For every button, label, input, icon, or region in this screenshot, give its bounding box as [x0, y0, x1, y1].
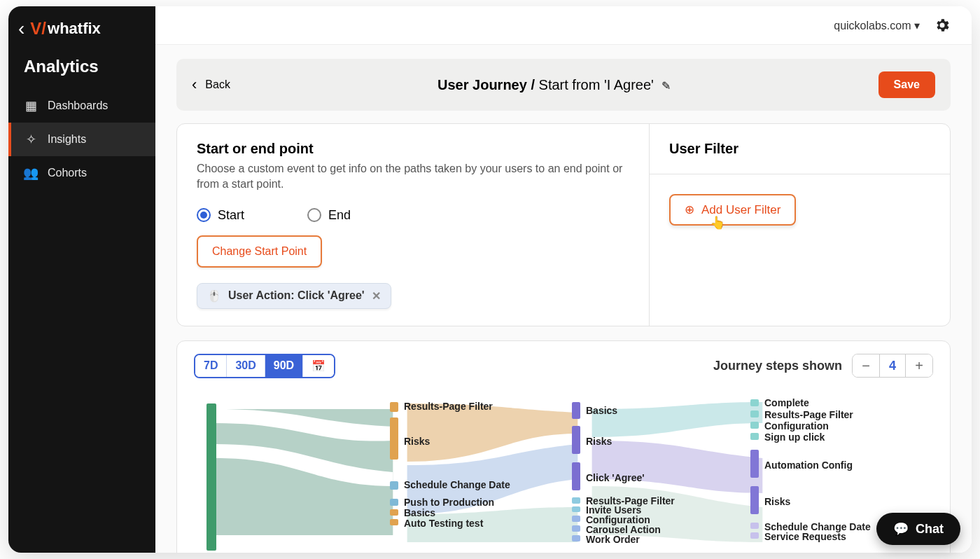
- back-label: Back: [205, 78, 230, 91]
- add-user-filter-button[interactable]: ⊕ Add User Filter: [669, 194, 796, 226]
- radio-end[interactable]: End: [307, 208, 351, 223]
- range-90d[interactable]: 90D: [265, 355, 303, 377]
- sankey-node: [750, 399, 759, 406]
- sankey-node: [572, 535, 580, 541]
- sankey-label: Click 'Agree': [222, 552, 281, 553]
- sankey-node: [390, 481, 398, 490]
- sidebar-item-insights[interactable]: ✧ Insights: [8, 123, 155, 156]
- remove-chip-icon[interactable]: ✕: [372, 289, 381, 303]
- back-button[interactable]: ‹ Back: [192, 76, 230, 94]
- sankey-node: [750, 410, 759, 417]
- sankey-label: Basics: [586, 405, 617, 416]
- sankey-node: [572, 506, 580, 512]
- range-custom[interactable]: 📅: [303, 355, 334, 377]
- steps-shown-label: Journey steps shown: [713, 359, 842, 373]
- radio-dot-icon: [197, 208, 211, 222]
- sankey-node: [750, 422, 759, 429]
- steps-stepper: − 4 +: [852, 354, 933, 378]
- domain-dropdown[interactable]: quickolabs.com ▾: [834, 19, 920, 32]
- sidebar-section-title: Analytics: [8, 54, 155, 89]
- sidebar: ‹ V/whatfix Analytics ▦ Dashboards ✧ Ins…: [8, 6, 155, 553]
- radio-start[interactable]: Start: [197, 208, 244, 223]
- chat-icon: 💬: [893, 521, 909, 537]
- user-filter-title: User Filter: [650, 124, 950, 174]
- radio-dot-icon: [307, 208, 321, 222]
- user-filter-panel: User Filter ⊕ Add User Filter 👆: [649, 124, 950, 326]
- chat-button[interactable]: 💬 Chat: [876, 513, 960, 545]
- sankey-node: [572, 525, 580, 532]
- sankey-node: [390, 519, 398, 525]
- sankey-label: Basics: [404, 507, 435, 518]
- sidebar-item-label: Cohorts: [48, 167, 87, 179]
- sankey-label: Service Requests: [764, 531, 846, 542]
- sankey-node: [390, 499, 398, 506]
- sankey-node: [750, 532, 759, 539]
- sankey-node: [390, 402, 398, 412]
- cohorts-icon: 👥: [24, 166, 38, 180]
- steps-value: 4: [879, 354, 906, 377]
- sankey-node: [572, 402, 580, 419]
- plus-circle-icon: ⊕: [685, 202, 694, 217]
- save-button[interactable]: Save: [878, 71, 935, 98]
- sankey-label: Risks: [764, 496, 790, 507]
- panel-title: Start or end point: [197, 141, 629, 157]
- sankey-node: [750, 450, 759, 478]
- steps-decrement[interactable]: −: [853, 354, 879, 377]
- breadcrumb: User Journey / Start from 'I Agree' ✎: [438, 77, 671, 93]
- sankey-node: [390, 509, 398, 516]
- sidebar-item-dashboards[interactable]: ▦ Dashboards: [8, 89, 155, 123]
- sankey-label: Work Order: [586, 534, 640, 545]
- chevron-left-icon: ‹: [192, 76, 197, 94]
- sankey-label: Schedule Change Date: [404, 479, 510, 490]
- sankey-chart: Click 'Agree' Results-Page Filter Risks …: [194, 395, 933, 553]
- sankey-label: Risks: [586, 436, 612, 447]
- date-range-group: 7D 30D 90D 📅: [194, 354, 335, 378]
- sankey-node: [572, 516, 580, 522]
- sankey-label: Automation Config: [764, 460, 853, 471]
- sankey-label: Sign up click: [764, 432, 825, 443]
- change-start-point-button[interactable]: Change Start Point: [197, 235, 322, 268]
- sankey-label: Click 'Agree': [586, 472, 645, 483]
- panel-description: Choose a custom event to get info on the…: [197, 161, 629, 193]
- sankey-label: Risks: [404, 436, 430, 447]
- sankey-label: Auto Testing test: [404, 518, 483, 529]
- main: quickolabs.com ▾ ‹ Back User Journey / S…: [155, 6, 972, 553]
- sidebar-item-label: Dashboards: [48, 99, 108, 112]
- range-7d[interactable]: 7D: [195, 355, 227, 377]
- cursor-icon: 👆: [710, 215, 725, 230]
- steps-increment[interactable]: +: [906, 354, 932, 377]
- topbar: quickolabs.com ▾: [155, 6, 972, 45]
- insights-icon: ✧: [24, 132, 38, 146]
- sidebar-item-label: Insights: [48, 133, 86, 146]
- sankey-node: [572, 497, 580, 504]
- range-30d[interactable]: 30D: [227, 355, 265, 377]
- dashboards-icon: ▦: [24, 99, 38, 113]
- back-chevron-icon[interactable]: ‹: [18, 19, 24, 39]
- sankey-node: [750, 433, 759, 440]
- start-end-panel: Start or end point Choose a custom event…: [177, 124, 649, 326]
- sankey-label: Results-Page Filter: [404, 401, 493, 412]
- sankey-node: [572, 462, 580, 490]
- sidebar-item-cohorts[interactable]: 👥 Cohorts: [8, 156, 155, 190]
- sankey-node: [390, 417, 398, 460]
- edit-icon[interactable]: ✎: [662, 80, 671, 92]
- sankey-node: [750, 486, 759, 514]
- page-header: ‹ Back User Journey / Start from 'I Agre…: [176, 59, 951, 111]
- sankey-node: [572, 426, 580, 454]
- journey-card: 7D 30D 90D 📅 Journey steps shown − 4 +: [176, 340, 951, 553]
- sankey-label: Complete: [764, 397, 809, 408]
- event-chip: 🖱️ User Action: Click 'Agree' ✕: [197, 283, 391, 309]
- sankey-node: [206, 403, 216, 551]
- gear-icon[interactable]: [934, 17, 951, 34]
- sankey-label: Configuration: [764, 420, 829, 432]
- calendar-icon: 📅: [312, 360, 326, 372]
- click-icon: 🖱️: [207, 289, 221, 303]
- sankey-label: Results-Page Filter: [764, 409, 853, 420]
- sankey-node: [750, 523, 759, 529]
- whatfix-logo: V/whatfix: [30, 19, 100, 39]
- sankey-label: Push to Production: [404, 497, 494, 508]
